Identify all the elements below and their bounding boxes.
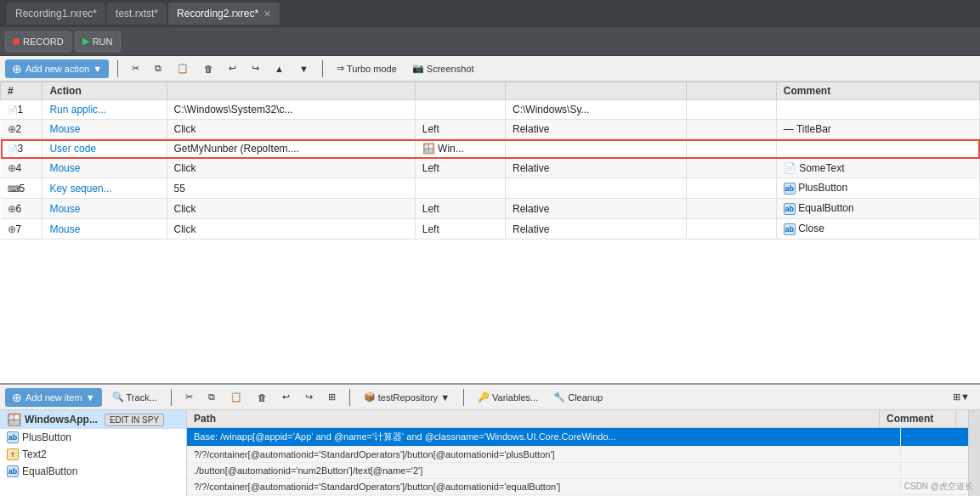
separator2	[349, 389, 350, 406]
edit-in-spy-button[interactable]: EDIT IN SPY	[105, 414, 164, 426]
row-action: Key sequen...	[42, 178, 167, 199]
row-comment: — TitleBar	[776, 120, 979, 139]
row-num: ⊕2	[1, 120, 42, 139]
actions-table: # Action Comment 📄1 Run applic... C:\Win…	[0, 82, 980, 240]
row-p2: Left	[415, 120, 505, 139]
row-comment: ab PlusButton	[776, 178, 979, 199]
record-dot-icon	[13, 38, 20, 45]
table-row[interactable]: 📄3 User code GetMyNunber (RepoItem.... 🪟…	[1, 139, 980, 159]
row-action: Mouse	[42, 159, 167, 178]
row-icon: 📄	[8, 105, 18, 115]
left-panel-item-equal[interactable]: ab EqualButton	[0, 463, 186, 480]
separator3	[463, 389, 464, 406]
move-down-button[interactable]: ▼	[294, 62, 314, 76]
repo-icon: 📦	[364, 392, 376, 403]
tab-recording1[interactable]: Recording1.rxrec*	[7, 3, 105, 25]
cleanup-button[interactable]: 🔧 Cleanup	[548, 390, 608, 404]
row-p3: Relative	[506, 120, 687, 139]
row-comment: ab Close	[776, 219, 979, 240]
expand-icon[interactable]: ⊕	[8, 162, 16, 174]
test-repository-button[interactable]: 📦 testRepository ▼	[359, 390, 455, 404]
expand-icon[interactable]: ⊕	[8, 123, 16, 135]
windows-icon: 🪟	[7, 413, 21, 426]
row-num: ⊕7	[1, 219, 42, 240]
screenshot-button[interactable]: 📷 Screenshot	[407, 61, 479, 76]
path-row[interactable]: ./button[@automationid='num2Button']/tex…	[187, 463, 968, 479]
expand-icon[interactable]: ⊕	[8, 203, 16, 215]
comment-col-header: Comment	[880, 410, 956, 427]
row-p2: Left	[415, 199, 505, 219]
title-bar: Recording1.rxrec* test.rxtst* Recording2…	[0, 0, 980, 27]
table-row[interactable]: ⊕7 Mouse Click Left Relative ab Close	[1, 219, 980, 240]
row-p2: 🪟 Win...	[415, 139, 505, 159]
row-comment: 📄 SomeText	[776, 159, 979, 178]
table-row[interactable]: 📄1 Run applic... C:\Windows\System32\c..…	[1, 100, 980, 120]
add-new-action-button[interactable]: ⊕ Add new action ▼	[5, 59, 109, 78]
redo-bottom-button[interactable]: ↪	[300, 390, 318, 404]
row-comment: ab EqualButton	[776, 199, 979, 219]
separator2	[322, 60, 323, 77]
delete-button[interactable]: 🗑	[199, 62, 218, 76]
table-row[interactable]: ⊕2 Mouse Click Left Relative — TitleBar	[1, 120, 980, 139]
variables-button[interactable]: 🔑 Variables...	[473, 390, 543, 404]
delete-bottom-button[interactable]: 🗑	[252, 391, 272, 404]
run-button[interactable]: ▶ RUN	[75, 31, 121, 52]
move-up-button[interactable]: ▲	[269, 62, 289, 76]
row-p4	[686, 178, 776, 199]
turbo-mode-button[interactable]: ⇒ Turbo mode	[331, 61, 402, 76]
left-panel-item-windows[interactable]: 🪟 WindowsApp... EDIT IN SPY	[0, 410, 186, 429]
comment-value	[900, 463, 968, 478]
main-toolbar: RECORD ▶ RUN	[0, 27, 980, 56]
table-row[interactable]: ⊕6 Mouse Click Left Relative ab EqualBut…	[1, 199, 980, 219]
add-new-item-button[interactable]: ⊕ Add new item ▼	[5, 388, 102, 407]
row-num: ⊕6	[1, 199, 42, 219]
left-panel-item-plus[interactable]: ab PlusButton	[0, 429, 186, 446]
copy-bottom-button[interactable]: ⧉	[203, 390, 220, 404]
row-p3: Relative	[506, 219, 687, 240]
table-row[interactable]: ⌨5 Key sequen... 55 ab PlusButton	[1, 178, 980, 199]
path-row[interactable]: Base: /winapp[@appid='App' and @name='计算…	[187, 428, 968, 447]
row-p4	[686, 120, 776, 139]
tab-recording2[interactable]: Recording2.rxrec* ✕	[168, 3, 280, 25]
row-p1: GetMyNunber (RepoItem....	[167, 139, 415, 159]
expand-icon[interactable]: ⊕	[8, 223, 16, 235]
undo-bottom-button[interactable]: ↩	[277, 390, 295, 404]
row-action: User code	[42, 139, 167, 159]
text-icon: T	[7, 448, 19, 460]
col-header-p1	[167, 82, 415, 100]
table-row[interactable]: ⊕4 Mouse Click Left Relative 📄 SomeText	[1, 159, 980, 178]
undo-button[interactable]: ↩	[224, 61, 241, 76]
close-tab-icon[interactable]: ✕	[263, 8, 271, 20]
bottom-panel: ⊕ Add new item ▼ 🔍 Track... ✂ ⧉ 📋 🗑 ↩ ↪ …	[0, 383, 980, 496]
row-p1: Click	[167, 199, 415, 219]
path-row[interactable]: ?/?/container[@automationid='StandardOpe…	[187, 447, 968, 463]
row-p1: Click	[167, 120, 415, 139]
paste-button[interactable]: 📋	[172, 61, 194, 76]
item-label: WindowsApp...	[25, 414, 98, 426]
comment-doc-icon: 📄	[784, 162, 796, 174]
row-p3: C:\Windows\Sy...	[506, 100, 687, 120]
col-header-p3	[506, 82, 687, 100]
turbo-icon: ⇒	[337, 63, 344, 74]
cut-bottom-button[interactable]: ✂	[180, 390, 198, 404]
path-value: Base: /winapp[@appid='App' and @name='计算…	[187, 428, 900, 446]
dropdown-arrow-icon2: ▼	[440, 392, 450, 403]
grid-layout-button[interactable]: ⊞▼	[948, 390, 975, 404]
row-p1: Click	[167, 219, 415, 240]
redo-button[interactable]: ↪	[246, 61, 264, 76]
row-p2: Left	[415, 219, 505, 240]
camera-icon: 📷	[412, 63, 424, 74]
tab-test[interactable]: test.rxtst*	[107, 3, 167, 25]
repo-bottom-button[interactable]: ⊞	[323, 390, 341, 404]
copy-button[interactable]: ⧉	[150, 61, 167, 76]
track-button[interactable]: 🔍 Track...	[107, 390, 162, 404]
left-panel-item-text2[interactable]: T Text2	[0, 446, 186, 463]
path-row[interactable]: ?/?/container[@automationid='StandardOpe…	[187, 479, 968, 495]
cut-button[interactable]: ✂	[127, 61, 144, 76]
item-label: Text2	[22, 448, 47, 460]
run-play-icon: ▶	[82, 36, 89, 47]
record-button[interactable]: RECORD	[5, 31, 71, 52]
row-p2	[415, 178, 505, 199]
col-header-p2	[415, 82, 505, 100]
paste-bottom-button[interactable]: 📋	[225, 390, 247, 404]
